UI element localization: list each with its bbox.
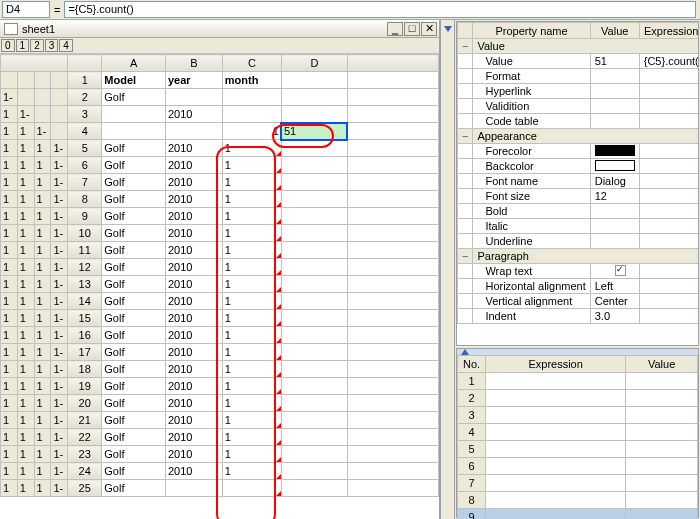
cell[interactable] <box>281 208 347 225</box>
cell[interactable] <box>281 259 347 276</box>
property-group[interactable]: Value <box>473 39 699 54</box>
row-header[interactable]: 2 <box>68 89 102 106</box>
cell[interactable]: 1 <box>222 429 281 446</box>
cell[interactable]: 1 <box>222 395 281 412</box>
cell[interactable]: 1 <box>222 361 281 378</box>
property-expression[interactable] <box>639 159 699 174</box>
property-value[interactable] <box>590 234 639 249</box>
row-header[interactable]: 14 <box>68 293 102 310</box>
property-expression[interactable] <box>639 174 699 189</box>
expr-value-cell[interactable] <box>626 441 698 458</box>
expr-cell[interactable] <box>486 458 626 475</box>
expr-row-number[interactable]: 5 <box>458 441 486 458</box>
grid-container[interactable]: ABCD1Modelyearmonth1-2Golf11-32010111-41… <box>0 54 439 519</box>
expr-cell[interactable] <box>486 407 626 424</box>
cell[interactable]: 2010 <box>165 446 222 463</box>
row-header[interactable]: 17 <box>68 344 102 361</box>
row-header[interactable]: 22 <box>68 429 102 446</box>
row-header[interactable]: 4 <box>68 123 102 140</box>
property-value[interactable]: 12 <box>590 189 639 204</box>
cell[interactable]: 2010 <box>165 242 222 259</box>
cell[interactable] <box>165 480 222 497</box>
expression-table[interactable]: No.ExpressionValue123456789 <box>457 355 698 519</box>
expr-row-number[interactable]: 6 <box>458 458 486 475</box>
cell[interactable]: Golf <box>102 361 166 378</box>
property-value[interactable]: 3.0 <box>590 309 639 324</box>
cell[interactable]: 2010 <box>165 344 222 361</box>
cell[interactable] <box>281 395 347 412</box>
cell[interactable]: Golf <box>102 310 166 327</box>
formula-input[interactable]: ={C5}.count() <box>64 1 696 18</box>
close-icon[interactable]: ✕ <box>421 22 437 36</box>
cell[interactable]: 2010 <box>165 208 222 225</box>
property-expression[interactable] <box>639 219 699 234</box>
cell[interactable]: Golf <box>102 480 166 497</box>
outline-level[interactable]: 0 <box>1 39 15 52</box>
sheet-name[interactable]: sheet1 <box>22 23 55 35</box>
collapse-icon[interactable]: − <box>458 249 473 264</box>
cell[interactable]: 1 <box>222 191 281 208</box>
row-header[interactable]: 24 <box>68 463 102 480</box>
column-header[interactable]: B <box>165 55 222 72</box>
cell[interactable] <box>281 463 347 480</box>
cell[interactable]: Golf <box>102 174 166 191</box>
expr-row-number[interactable]: 3 <box>458 407 486 424</box>
expr-row-number[interactable]: 7 <box>458 475 486 492</box>
expr-cell[interactable] <box>486 424 626 441</box>
cell[interactable]: Golf <box>102 463 166 480</box>
property-value[interactable] <box>590 159 639 174</box>
expr-value-cell[interactable] <box>626 373 698 390</box>
cell[interactable]: 2010 <box>165 429 222 446</box>
cell[interactable]: 2010 <box>165 174 222 191</box>
expr-value-cell[interactable] <box>626 458 698 475</box>
cell[interactable] <box>281 429 347 446</box>
cell[interactable]: 1 <box>222 327 281 344</box>
cell[interactable]: 2010 <box>165 276 222 293</box>
property-expression[interactable] <box>639 114 699 129</box>
cell[interactable] <box>281 344 347 361</box>
outline-level[interactable]: 3 <box>45 39 59 52</box>
row-header[interactable]: 23 <box>68 446 102 463</box>
expr-value-cell[interactable] <box>626 407 698 424</box>
expr-cell[interactable] <box>486 475 626 492</box>
row-header[interactable]: 18 <box>68 361 102 378</box>
cell[interactable] <box>281 327 347 344</box>
row-header[interactable]: 25 <box>68 480 102 497</box>
outline-level[interactable]: 2 <box>30 39 44 52</box>
maximize-icon[interactable]: □ <box>404 22 420 36</box>
cell[interactable]: 2010 <box>165 140 222 157</box>
property-value[interactable] <box>590 84 639 99</box>
row-header[interactable]: 20 <box>68 395 102 412</box>
property-value[interactable]: Left <box>590 279 639 294</box>
cell[interactable] <box>281 225 347 242</box>
row-header[interactable]: 15 <box>68 310 102 327</box>
cell[interactable] <box>281 242 347 259</box>
column-header[interactable]: C <box>222 55 281 72</box>
cell[interactable]: 2010 <box>165 395 222 412</box>
row-header[interactable]: 16 <box>68 327 102 344</box>
cell[interactable] <box>281 378 347 395</box>
expr-cell[interactable] <box>486 373 626 390</box>
cell[interactable]: 2010 <box>165 259 222 276</box>
property-expression[interactable] <box>639 69 699 84</box>
cell[interactable]: 1 <box>222 140 281 157</box>
cell[interactable] <box>222 480 281 497</box>
property-expression[interactable]: {C5}.count( <box>639 54 699 69</box>
cell[interactable]: 1 <box>222 310 281 327</box>
cell[interactable]: Golf <box>102 276 166 293</box>
minimize-icon[interactable]: ‗ <box>387 22 403 36</box>
expr-cell[interactable] <box>486 390 626 407</box>
cell[interactable]: Golf <box>102 191 166 208</box>
cell[interactable]: 1 <box>222 412 281 429</box>
cell[interactable] <box>281 446 347 463</box>
cell[interactable]: Golf <box>102 327 166 344</box>
expr-cell[interactable] <box>486 441 626 458</box>
expr-row-number[interactable]: 2 <box>458 390 486 407</box>
cell[interactable]: 2010 <box>165 157 222 174</box>
cell[interactable] <box>281 480 347 497</box>
property-value[interactable]: 51 <box>590 54 639 69</box>
expr-row-number[interactable]: 1 <box>458 373 486 390</box>
cell[interactable]: 1 <box>222 225 281 242</box>
cell[interactable]: 1 <box>222 259 281 276</box>
cell[interactable]: 1 <box>222 276 281 293</box>
